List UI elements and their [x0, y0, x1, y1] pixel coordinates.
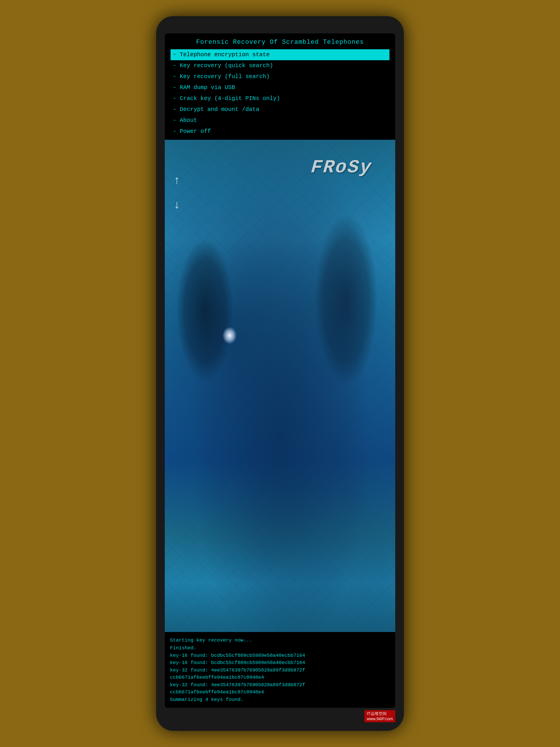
- output-area: Starting key recovery now... Finished. k…: [165, 632, 395, 708]
- light-spot: [222, 327, 237, 344]
- output-line-2: key-16 found: bcdbc55cf809cb5989e58a40ec…: [170, 652, 390, 660]
- phone-device: Forensic Recovery Of Scrambled Telephone…: [156, 16, 404, 731]
- frost-label: FRoSy: [310, 157, 373, 178]
- arrow-up-icon: ↑: [174, 174, 180, 187]
- dark-figure-right: [315, 213, 378, 386]
- menu-item-4[interactable]: - Crack key (4-digit PINs only): [170, 93, 390, 104]
- background-image: FRoSy ↑ ↓: [165, 140, 395, 632]
- scroll-arrows: ↑ ↓: [174, 174, 180, 212]
- output-line-1: Finished.: [170, 644, 390, 652]
- dark-figure-left: [176, 238, 234, 382]
- output-line-5: ccb6671af6eebffe94ea1bc87c0948e4: [170, 674, 390, 681]
- menu-item-7[interactable]: - Power off: [170, 126, 390, 137]
- app-title: Forensic Recovery Of Scrambled Telephone…: [170, 38, 390, 46]
- menu-area: Forensic Recovery Of Scrambled Telephone…: [165, 33, 395, 140]
- menu-item-5[interactable]: - Decrypt and mount /data: [170, 104, 390, 115]
- menu-item-3[interactable]: - RAM dump via USB: [170, 82, 390, 93]
- output-line-6: key-32 found: 4ee35476397b76905828a89f3d…: [170, 681, 390, 689]
- output-line-8: Summarizing 4 keys found.: [170, 696, 390, 703]
- output-line-7: ccb6671af6eebffe94ea1bc87c0948e4: [170, 689, 390, 696]
- watermark: IT运维空间 www.94IP.com: [365, 710, 395, 722]
- arrow-down-icon: ↓: [174, 199, 180, 212]
- menu-item-2[interactable]: - Key recovery (full search): [170, 71, 390, 82]
- menu-item-1[interactable]: - Key recovery (quick search): [170, 60, 390, 71]
- watermark-text: IT运维空间: [367, 711, 393, 717]
- phone-screen: Forensic Recovery Of Scrambled Telephone…: [165, 33, 395, 708]
- watermark-subtext: www.94IP.com: [367, 717, 393, 721]
- output-line-4: key-32 found: 4ee35476397b76905828a89f3d…: [170, 667, 390, 674]
- output-line-3: key-16 found: bcdbc55cf809cb5989e58a40ec…: [170, 659, 390, 667]
- menu-item-0[interactable]: - Telephone encryption state: [170, 49, 390, 60]
- output-line-0: Starting key recovery now...: [170, 637, 390, 644]
- image-overlay: [165, 140, 395, 632]
- menu-item-6[interactable]: - About: [170, 115, 390, 126]
